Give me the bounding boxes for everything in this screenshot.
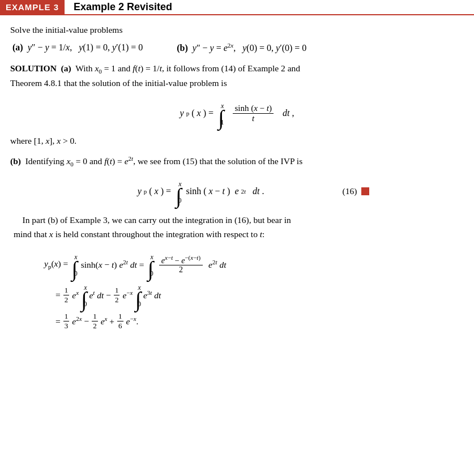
- example-title: Example 2 Revisited: [74, 1, 172, 13]
- big-formula-row-3: = 1 3 e2x − 1 2 ex + 1 6 e−x.: [55, 312, 464, 331]
- solution-part-a: SOLUTION (a) With x0 = 1 and f(t) = 1/t,…: [10, 62, 464, 146]
- solution-a-text: SOLUTION (a) With x0 = 1 and f(t) = 1/t,…: [10, 62, 464, 91]
- continuation-text: In part (b) of Example 3, we can carry o…: [10, 213, 464, 242]
- solution-part-b: (b) Identifying x0 = 0 and f(t) = e2t, w…: [10, 154, 464, 205]
- content-area: Solve the initial-value problems (a) y″ …: [0, 23, 474, 341]
- formula-a: yp(x) = ∫ x 1 sinh (x − t) t dt,: [10, 100, 464, 127]
- example-badge: EXAMPLE 3: [0, 0, 65, 14]
- solution-b-text: (b) Identifying x0 = 0 and f(t) = e2t, w…: [10, 154, 464, 170]
- formula-b: yp(x) = ∫ x 0 sinh (x − t) e2t dt. (16): [10, 178, 464, 205]
- where-line: where [1, x], x > 0.: [10, 136, 464, 146]
- big-formula-row-1: yp(x) = ∫ x 0 sinh(x − t) e2t dt = ∫ x 0: [44, 251, 464, 278]
- big-formula: yp(x) = ∫ x 0 sinh(x − t) e2t dt = ∫ x 0: [44, 251, 464, 331]
- page: EXAMPLE 3 Example 2 Revisited Solve the …: [0, 0, 474, 476]
- problem-intro: Solve the initial-value problems: [10, 23, 464, 36]
- eq-number-16: (16): [343, 186, 357, 196]
- part-a: (a) y″ − y = 1/x, y(1) = 0, y′(1) = 0: [12, 42, 143, 53]
- big-formula-row-2: = 1 2 ex ∫ x 0 et dt − 1 2: [55, 281, 464, 308]
- example-header: EXAMPLE 3 Example 2 Revisited: [0, 0, 474, 15]
- problem-parts: (a) y″ − y = 1/x, y(1) = 0, y′(1) = 0 (b…: [12, 42, 464, 53]
- end-marker: [361, 187, 369, 195]
- part-b: (b) y″ − y = e2x, y(0) = 0, y′(0) = 0: [177, 42, 306, 53]
